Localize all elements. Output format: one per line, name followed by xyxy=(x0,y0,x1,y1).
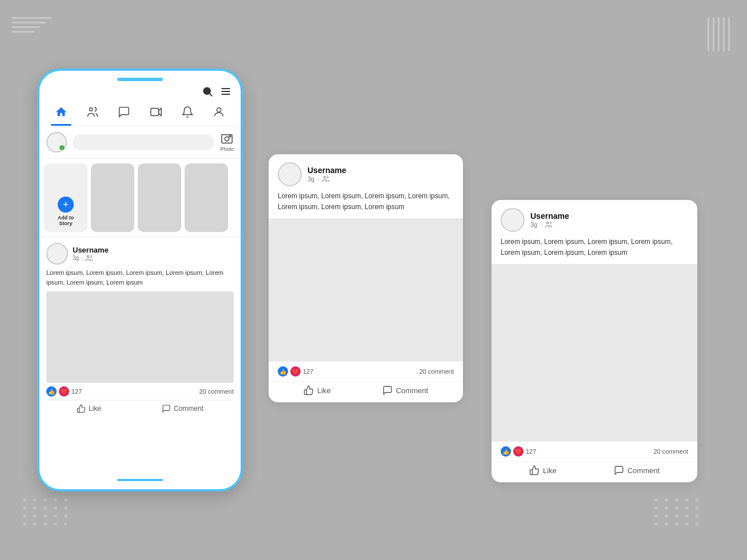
friends-icon xyxy=(85,254,93,262)
friends-icon xyxy=(545,221,553,229)
bg-vline xyxy=(708,17,709,51)
bg-line xyxy=(11,17,51,19)
dot xyxy=(33,498,37,502)
dot xyxy=(654,498,658,502)
card-post-text: Lorem ipsum, Lorem ipsum, Lorem ipsum, L… xyxy=(269,191,463,218)
add-story-item[interactable]: + Add toStory xyxy=(44,163,87,232)
like-button[interactable]: Like xyxy=(77,404,101,413)
post-meta: 3g · xyxy=(73,254,109,262)
dot xyxy=(654,506,658,510)
post-reactions: 👍 ❤️ 127 20 comment xyxy=(46,383,234,401)
nav-notifications[interactable] xyxy=(177,103,198,121)
dot xyxy=(675,522,678,526)
nav-friends[interactable] xyxy=(82,103,103,121)
card-like-button[interactable]: Like xyxy=(303,385,331,395)
card-actions-row: Like Comment xyxy=(269,381,463,402)
card-comment-button[interactable]: Comment xyxy=(382,385,428,395)
post-user-info: Username 3g · xyxy=(73,246,109,262)
user-avatar xyxy=(46,132,67,153)
large-card-reactions-row: 👍 ❤️ 127 20 comment xyxy=(492,441,697,461)
svg-rect-6 xyxy=(150,109,158,116)
dot xyxy=(33,522,37,526)
card-meta: 3g · xyxy=(307,175,346,183)
large-card-post-image xyxy=(492,264,697,441)
menu-icon[interactable] xyxy=(220,86,231,97)
plus-icon: + xyxy=(63,199,69,210)
svg-point-8 xyxy=(217,108,221,112)
dot xyxy=(665,498,668,502)
dot xyxy=(654,522,658,526)
card-like-reaction: 👍 xyxy=(278,366,288,377)
dot xyxy=(665,522,668,526)
dot xyxy=(64,498,67,502)
comment-button[interactable]: Comment xyxy=(162,404,203,413)
phone-mockup: Photo + Add toStory Username 3g · xyxy=(37,69,243,491)
dot xyxy=(23,498,26,502)
svg-point-13 xyxy=(324,176,326,178)
dot xyxy=(675,514,678,518)
story-item-2[interactable] xyxy=(138,163,181,232)
bg-dots-right xyxy=(654,498,701,526)
post-input-bar[interactable] xyxy=(73,134,214,150)
post-header: Username 3g · xyxy=(46,243,234,265)
card-user-info: Username 3g · xyxy=(307,166,346,183)
dot xyxy=(675,498,678,502)
large-card-actions-row: Like Comment xyxy=(492,461,697,482)
large-post-card: Username 3g · Lorem ipsum, Lorem ipsum, … xyxy=(492,200,697,482)
dot xyxy=(33,514,37,518)
dot xyxy=(43,514,47,518)
large-card-like-button[interactable]: Like xyxy=(529,465,557,475)
dot xyxy=(685,514,689,518)
love-reaction: ❤️ xyxy=(59,386,69,397)
large-card-like-reaction: 👍 xyxy=(501,446,511,457)
search-icon[interactable] xyxy=(202,86,213,97)
large-card-comment-label: Comment xyxy=(628,466,660,475)
phone-post-input-row: Photo xyxy=(39,126,241,159)
dot xyxy=(696,514,699,518)
bg-decoration-lines-left xyxy=(11,17,51,33)
large-card-like-label: Like xyxy=(543,466,557,475)
card-reactions-row: 👍 ❤️ 127 20 comment xyxy=(269,361,463,381)
bg-line xyxy=(11,31,34,33)
post-avatar xyxy=(46,243,68,265)
svg-point-10 xyxy=(225,137,229,141)
dot xyxy=(33,506,37,510)
dot xyxy=(64,506,67,510)
card-post-image xyxy=(269,218,463,361)
large-card-header: Username 3g · xyxy=(492,200,697,237)
card-avatar xyxy=(278,162,302,186)
story-item-1[interactable] xyxy=(91,163,134,232)
comment-label: Comment xyxy=(174,405,203,413)
story-item-3[interactable] xyxy=(185,163,228,232)
nav-video[interactable] xyxy=(146,103,166,121)
nav-profile[interactable] xyxy=(209,103,229,121)
dot xyxy=(696,522,699,526)
bg-vline xyxy=(728,17,730,51)
nav-home[interactable] xyxy=(51,103,71,121)
card-like-label: Like xyxy=(317,386,331,395)
bg-line xyxy=(11,26,40,28)
dot xyxy=(64,514,67,518)
nav-messenger[interactable] xyxy=(114,103,134,121)
card-header: Username 3g · xyxy=(269,154,463,191)
dot xyxy=(54,506,57,510)
svg-line-1 xyxy=(210,94,213,97)
dot xyxy=(23,506,26,510)
large-card-avatar xyxy=(501,208,525,232)
card-comment-label: Comment xyxy=(396,386,428,395)
dot xyxy=(665,506,668,510)
large-card-comment-button[interactable]: Comment xyxy=(614,465,660,475)
phone-post-card: Username 3g · Lorem ipsum, Lorem ipsum, … xyxy=(39,237,241,418)
reaction-count: 127 xyxy=(71,388,82,395)
card-love-reaction: ❤️ xyxy=(290,366,301,377)
post-actions: Like Comment xyxy=(46,401,234,418)
large-card-reaction-count: 127 xyxy=(526,448,536,455)
large-card-user-info: Username 3g · xyxy=(530,211,569,229)
photo-button[interactable]: Photo xyxy=(220,133,234,152)
large-card-love-reaction: ❤️ xyxy=(513,446,524,457)
card-reaction-count: 127 xyxy=(303,368,313,375)
phone-bottom-indicator xyxy=(117,479,163,481)
dot xyxy=(665,514,668,518)
bg-dots-left xyxy=(23,498,70,526)
large-card-comment-count: 20 comment xyxy=(653,448,688,455)
